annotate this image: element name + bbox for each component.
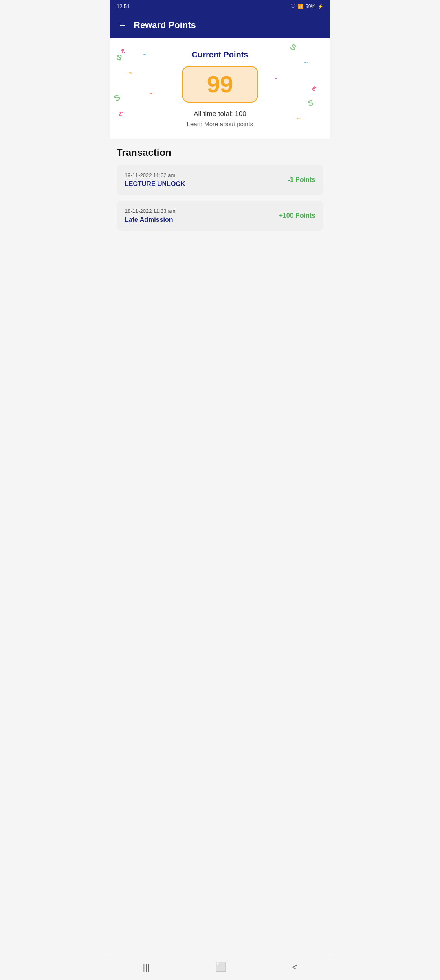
transaction-type-1: LECTURE UNLOCK [125, 180, 185, 188]
recent-apps-icon[interactable]: ||| [143, 962, 150, 973]
signal-icon: 📶 [297, 4, 304, 9]
transaction-date-2: 18-11-2022 11:33 am [125, 208, 175, 214]
bottom-navigation: ||| ⬜ < [110, 956, 330, 980]
learn-more-link[interactable]: Learn More about points [118, 120, 322, 127]
home-icon[interactable]: ⬜ [216, 962, 227, 973]
battery-icon: ⚡ [317, 4, 323, 9]
points-number: 99 [207, 72, 233, 96]
transaction-left-1: 19-11-2022 11:32 am LECTURE UNLOCK [125, 172, 185, 188]
transaction-date-1: 19-11-2022 11:32 am [125, 172, 185, 178]
transaction-card-1: 19-11-2022 11:32 am LECTURE UNLOCK -1 Po… [117, 165, 323, 195]
status-time: 12:51 [117, 3, 130, 9]
all-time-total: All time tolal: 100 [118, 110, 322, 118]
transaction-card-2: 18-11-2022 11:33 am Late Admission +100 … [117, 201, 323, 231]
transaction-title: Transaction [117, 147, 323, 158]
transaction-section: Transaction 19-11-2022 11:32 am LECTURE … [110, 139, 330, 245]
status-right-icons: 🛡 📶 99% ⚡ [290, 4, 323, 9]
points-banner: εSSε~~SS~ε~-- Current Points 99 All time… [110, 38, 330, 139]
transaction-points-2: +100 Points [279, 212, 315, 219]
back-button[interactable]: ← [118, 20, 127, 31]
page-title: Reward Points [134, 20, 196, 31]
battery-text: 99% [306, 4, 315, 9]
points-box: 99 [182, 66, 259, 103]
status-bar: 12:51 🛡 📶 99% ⚡ [110, 0, 330, 13]
header: ← Reward Points [110, 13, 330, 38]
current-points-label: Current Points [118, 50, 322, 59]
wifi-icon: 🛡 [290, 4, 295, 9]
back-nav-icon[interactable]: < [292, 962, 297, 973]
transaction-points-1: -1 Points [288, 176, 315, 184]
transaction-left-2: 18-11-2022 11:33 am Late Admission [125, 208, 175, 223]
transaction-type-2: Late Admission [125, 216, 175, 223]
